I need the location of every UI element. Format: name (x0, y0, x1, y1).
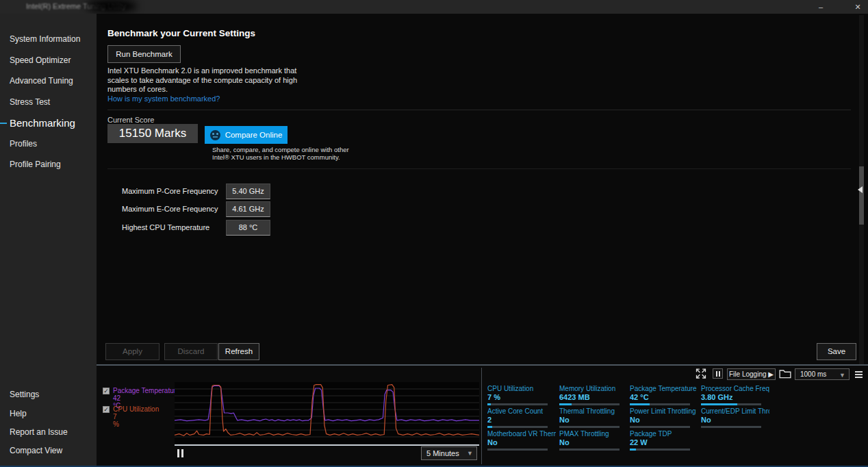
telemetry-label: Package Temperature (630, 385, 698, 392)
chevron-down-icon: ▼ (839, 369, 845, 381)
discard-button[interactable]: Discard (164, 343, 218, 360)
telemetry-tile: Processor Cache Freque...3.80 GHz (701, 385, 769, 405)
telemetry-tile: Memory Utilization6423 MB (559, 385, 628, 405)
monitor-graph (175, 382, 479, 444)
telemetry-tile: Active Core Count2 (487, 407, 556, 428)
caption-line: Share, compare, and compete online with … (212, 146, 349, 153)
refresh-button[interactable]: Refresh (218, 343, 259, 360)
sidebar-item-advanced-tuning[interactable]: Advanced Tuning (10, 76, 73, 88)
save-button[interactable]: Save (817, 343, 856, 360)
telemetry-bar-fill (701, 403, 737, 405)
sampling-interval-select[interactable]: 1000 ms ▼ (795, 368, 850, 380)
sidebar: System InformationSpeed OptimizerAdvance… (0, 14, 97, 467)
telemetry-label: Power Limit Throttling (630, 407, 698, 415)
expand-monitor-icon[interactable] (695, 368, 706, 379)
legend-checkbox[interactable]: ✓ (103, 406, 110, 413)
graph-series-package-temperature (175, 386, 479, 420)
benchmark-description: Intel XTU Benchmark 2.0 is an improved b… (107, 66, 297, 94)
sidebar-item-report-an-issue[interactable]: Report an Issue (10, 427, 68, 439)
graph-timeline-scrollbar[interactable] (175, 444, 479, 446)
current-score-label: Current Score (107, 116, 154, 124)
telemetry-label: Current/EDP Limit Throt... (701, 407, 769, 415)
telemetry-bar-fill (630, 403, 650, 405)
telemetry-bar-track (630, 403, 690, 405)
sidebar-item-profile-pairing[interactable]: Profile Pairing (10, 160, 61, 171)
compare-online-button[interactable]: Compare Online (205, 126, 288, 144)
monitor-divider (481, 368, 482, 464)
sidebar-item-benchmarking[interactable]: Benchmarking (10, 117, 75, 129)
compare-online-label: Compare Online (225, 131, 283, 139)
monitor-graph-svg (175, 382, 479, 444)
sidebar-item-speed-optimizer[interactable]: Speed Optimizer (10, 55, 71, 67)
telemetry-value: No (701, 416, 769, 424)
stat-value-box: 88 °C (226, 220, 270, 236)
telemetry-value: 22 W (630, 438, 698, 446)
current-score-value: 15150 Marks (107, 124, 198, 143)
sidebar-item-settings[interactable]: Settings (10, 390, 39, 401)
main-content: Benchmark your Current Settings Run Benc… (97, 14, 868, 365)
telemetry-value: 42 °C (630, 393, 698, 401)
time-range-select[interactable]: 5 Minutes ▼ (421, 446, 477, 460)
telemetry-tile: CPU Utilization7 % (487, 385, 556, 405)
caption-line: Intel® XTU users in the HWBOT community. (212, 153, 349, 161)
apply-button[interactable]: Apply (105, 343, 159, 360)
description-line: Intel XTU Benchmark 2.0 is an improved b… (107, 66, 297, 76)
collapse-panel-arrow-icon[interactable] (858, 186, 863, 193)
telemetry-bar-track (559, 426, 620, 428)
pause-monitoring-button[interactable] (713, 368, 723, 379)
telemetry-bar-fill (559, 403, 572, 405)
telemetry-tile: Package TDP22 W (630, 430, 698, 451)
legend-label: Package Temperature (113, 387, 180, 394)
telemetry-value: No (630, 416, 698, 424)
telemetry-bar-track (487, 426, 548, 428)
telemetry-tile: Thermal ThrottlingNo (559, 407, 628, 428)
telemetry-value: No (487, 438, 556, 446)
telemetry-label: Processor Cache Freque... (701, 385, 769, 392)
telemetry-label: Active Core Count (487, 407, 556, 415)
telemetry-value: 7 % (487, 393, 556, 401)
telemetry-tile: Motherboard VR Therm...No (487, 430, 556, 451)
xtu-window: Intel(R) Extreme Tuning Utility – ✕ Syst… (0, 0, 868, 467)
sidebar-item-compact-view[interactable]: Compact View (10, 446, 62, 457)
telemetry-value: No (559, 416, 628, 424)
telemetry-bar-track (630, 426, 690, 428)
telemetry-label: PMAX Throttling (559, 430, 628, 438)
telemetry-bar-track (487, 403, 548, 405)
stat-label: Maximum E-Core Frequency (122, 205, 218, 213)
scrollbar-thumb[interactable] (859, 166, 864, 225)
legend-label: CPU Utilization (113, 405, 159, 413)
telemetry-bar-track (701, 426, 761, 428)
time-range-value: 5 Minutes (426, 449, 459, 457)
telemetry-value: No (559, 438, 628, 446)
description-line: scales to take advantage of the compute … (107, 76, 297, 86)
close-button[interactable]: ✕ (847, 0, 868, 14)
telemetry-bar-fill (487, 426, 492, 428)
monitor-panel: File Logging ▶ 1000 ms ▼ ✓Package Temper… (97, 366, 868, 466)
telemetry-bar-track (630, 449, 690, 451)
redaction-blob (86, 0, 137, 12)
sidebar-item-system-information[interactable]: System Information (10, 34, 80, 46)
hwbot-icon (210, 130, 220, 140)
telemetry-label: CPU Utilization (487, 385, 556, 392)
sampling-interval-value: 1000 ms (800, 370, 826, 378)
open-log-folder-icon[interactable] (779, 368, 791, 379)
sidebar-item-help[interactable]: Help (10, 409, 27, 420)
description-line: numbers of cores. (107, 85, 297, 94)
run-benchmark-button[interactable]: Run Benchmark (107, 45, 181, 63)
telemetry-value: 2 (487, 416, 556, 424)
telemetry-bar-track (559, 403, 620, 405)
legend-checkbox[interactable]: ✓ (103, 388, 110, 394)
monitor-menu-icon[interactable] (853, 368, 864, 379)
telemetry-label: Memory Utilization (559, 385, 628, 392)
telemetry-bar-fill (487, 403, 491, 405)
sidebar-item-profiles[interactable]: Profiles (10, 139, 37, 151)
telemetry-bar-track (701, 403, 761, 405)
graph-pause-icon[interactable] (177, 449, 186, 457)
telemetry-tile: PMAX ThrottlingNo (559, 430, 628, 451)
active-nav-indicator (0, 123, 7, 124)
minimize-button[interactable]: – (810, 0, 831, 14)
chevron-down-icon: ▼ (467, 447, 473, 459)
sidebar-item-stress-test[interactable]: Stress Test (10, 97, 50, 109)
how-benchmarked-link[interactable]: How is my system benchmarked? (107, 94, 220, 103)
file-logging-button[interactable]: File Logging ▶ (727, 368, 776, 380)
